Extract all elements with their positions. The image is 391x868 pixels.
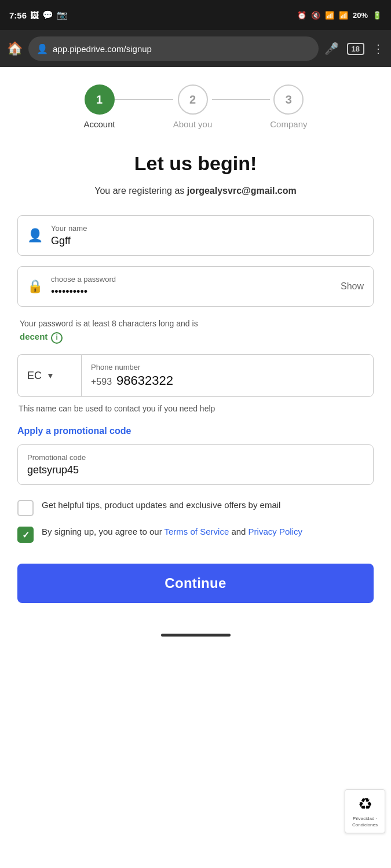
step-3-label: Company bbox=[270, 119, 307, 129]
page-subtitle: You are registering as jorgealysvrc@gmai… bbox=[17, 184, 374, 198]
password-value[interactable]: •••••••••• bbox=[51, 286, 332, 298]
status-bar: 7:56 🖼 💬 📷 ⏰ 🔇 📶 📶 20% 🔋 bbox=[0, 0, 391, 30]
more-options-icon[interactable]: ⋮ bbox=[372, 42, 384, 56]
password-hint: Your password is at least 8 characters l… bbox=[17, 317, 374, 344]
terms-of-service-link[interactable]: Terms of Service bbox=[165, 527, 229, 536]
tab-count[interactable]: 18 bbox=[347, 43, 364, 55]
home-bar bbox=[0, 626, 391, 643]
phone-number-label: Phone number bbox=[91, 363, 364, 372]
step-2: 2 About you bbox=[173, 84, 213, 129]
status-icons: ⏰ 🔇 📶 📶 20% 🔋 bbox=[297, 11, 382, 20]
battery-icon: 🔋 bbox=[372, 11, 382, 20]
phone-help-text: This name can be used to contact you if … bbox=[17, 404, 374, 413]
checkbox-terms-row: By signing up, you agree to our Terms of… bbox=[17, 525, 374, 543]
recaptcha-badge: ♻ Privacidad · Condiciones bbox=[345, 789, 385, 833]
battery-display: 20% bbox=[353, 11, 368, 20]
url-icon: 👤 bbox=[36, 43, 48, 54]
phone-prefix: +593 bbox=[91, 377, 112, 387]
lock-icon: 🔒 bbox=[27, 279, 43, 294]
main-content: 1 Account 2 About you 3 Company Let us b… bbox=[0, 67, 391, 626]
photo-icon: 🖼 bbox=[30, 10, 39, 20]
country-code: EC bbox=[27, 370, 42, 382]
step-2-circle: 2 bbox=[178, 84, 208, 115]
password-field-content: choose a password •••••••••• bbox=[51, 275, 332, 298]
privacy-policy-link[interactable]: Privacy Policy bbox=[249, 527, 302, 536]
url-text: app.pipedrive.com/signup bbox=[53, 44, 152, 54]
microphone-icon[interactable]: 🎤 bbox=[324, 42, 339, 56]
promo-code-link[interactable]: Apply a promotional code bbox=[17, 426, 131, 436]
step-1: 1 Account bbox=[84, 84, 115, 129]
password-strength: decent bbox=[20, 332, 47, 341]
promo-value[interactable]: getsyrup45 bbox=[27, 464, 364, 476]
recaptcha-text: Privacidad · Condiciones bbox=[350, 816, 380, 828]
chevron-down-icon: ▼ bbox=[46, 371, 54, 380]
signal-icon: 📶 bbox=[339, 11, 348, 20]
step-line-1 bbox=[115, 99, 173, 100]
name-field[interactable]: 👤 Your name Ggff bbox=[17, 215, 374, 256]
step-3-circle: 3 bbox=[273, 84, 304, 115]
user-icon: 👤 bbox=[27, 228, 43, 243]
promo-field[interactable]: Promotional code getsyrup45 bbox=[17, 444, 374, 485]
status-time: 7:56 🖼 💬 📷 bbox=[9, 10, 68, 20]
phone-number-value[interactable]: 98632322 bbox=[116, 373, 173, 388]
name-field-content: Your name Ggff bbox=[51, 224, 364, 247]
step-2-label: About you bbox=[173, 119, 213, 129]
step-3: 3 Company bbox=[270, 84, 307, 129]
name-value[interactable]: Ggff bbox=[51, 235, 364, 247]
registered-email: jorgealysvrc@gmail.com bbox=[187, 186, 297, 196]
browser-bar: 🏠 👤 app.pipedrive.com/signup 🎤 18 ⋮ bbox=[0, 30, 391, 67]
step-1-label: Account bbox=[84, 119, 115, 129]
checkbox-tips-row: Get helpful tips, product updates and ex… bbox=[17, 499, 374, 516]
stepper: 1 Account 2 About you 3 Company bbox=[17, 84, 374, 129]
password-field[interactable]: 🔒 choose a password •••••••••• Show bbox=[17, 266, 374, 307]
mute-icon: 🔇 bbox=[311, 11, 320, 20]
phone-row: EC ▼ Phone number +593 98632322 bbox=[17, 354, 374, 397]
checkbox-tips[interactable] bbox=[17, 500, 34, 516]
alarm-icon: ⏰ bbox=[297, 11, 306, 20]
phone-field[interactable]: Phone number +593 98632322 bbox=[81, 354, 374, 397]
country-select[interactable]: EC ▼ bbox=[17, 354, 81, 397]
whatsapp-icon: 💬 bbox=[42, 10, 53, 20]
page-title: Let us begin! bbox=[17, 152, 374, 175]
recaptcha-icon: ♻ bbox=[350, 795, 380, 814]
name-label: Your name bbox=[51, 224, 364, 233]
info-icon[interactable]: i bbox=[51, 332, 63, 344]
continue-button[interactable]: Continue bbox=[17, 564, 374, 603]
password-label: choose a password bbox=[51, 275, 332, 284]
home-indicator bbox=[161, 634, 231, 637]
checkbox-terms[interactable] bbox=[17, 527, 34, 543]
show-password-button[interactable]: Show bbox=[341, 281, 364, 292]
checkbox-tips-label: Get helpful tips, product updates and ex… bbox=[42, 499, 374, 512]
wifi-icon: 📶 bbox=[325, 11, 334, 20]
camera-icon: 📷 bbox=[57, 10, 68, 20]
checkbox-terms-label: By signing up, you agree to our Terms of… bbox=[42, 525, 374, 539]
promo-label: Promotional code bbox=[27, 453, 364, 462]
home-icon[interactable]: 🏠 bbox=[7, 41, 23, 56]
url-bar[interactable]: 👤 app.pipedrive.com/signup bbox=[28, 36, 319, 61]
time-display: 7:56 bbox=[9, 10, 27, 20]
browser-actions: 🎤 18 ⋮ bbox=[324, 42, 384, 56]
step-1-circle: 1 bbox=[85, 84, 115, 115]
step-line-2 bbox=[212, 99, 270, 100]
